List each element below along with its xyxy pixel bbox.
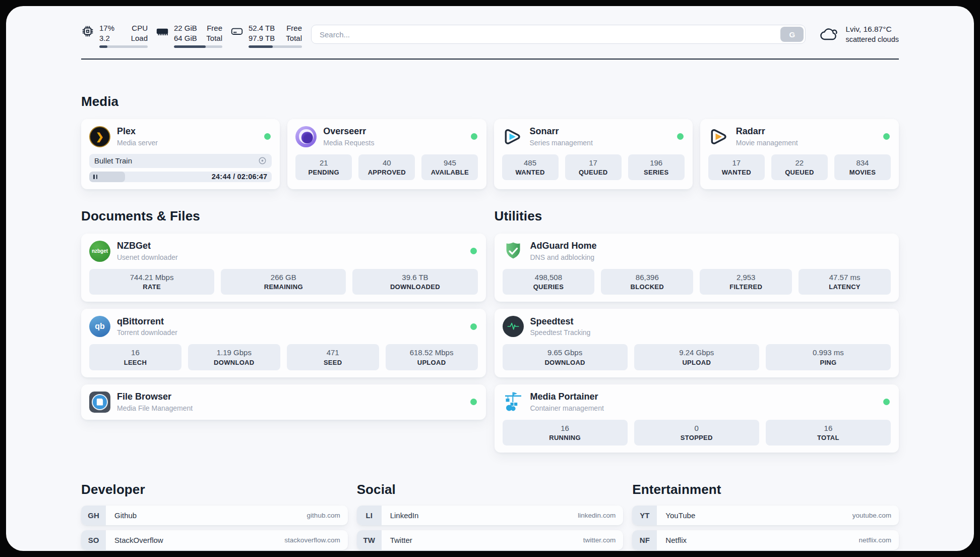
stat-ping: 0.993 ms PING	[766, 344, 891, 370]
overseerr-icon	[295, 126, 317, 147]
search-input[interactable]	[311, 25, 806, 44]
stat-wanted: 485 WANTED	[502, 154, 559, 181]
search-bar: G	[311, 25, 806, 44]
service-name: AdGuard Home	[530, 241, 891, 252]
service-subtitle: Torrent downloader	[117, 328, 470, 337]
stat-seed: 471 SEED	[287, 344, 379, 370]
service-card-plex[interactable]: ❯ Plex Media server Bullet Train	[81, 119, 280, 189]
service-card-overseerr[interactable]: Overseerr Media Requests 21 PENDING 40 A…	[287, 119, 486, 189]
top-bar: 17% CPU 3.2 Load	[81, 6, 899, 48]
service-card-adguard[interactable]: AdGuard Home DNS and adblocking 498,508 …	[495, 234, 899, 302]
service-name: Sonarr	[530, 126, 677, 137]
bookmark-name: Netflix	[665, 536, 859, 544]
memory-icon	[156, 25, 169, 38]
section-title-entertainment: Entertainment	[632, 482, 899, 497]
stat-upload: 618.52 Mbps UPLOAD	[386, 344, 478, 370]
sonarr-icon	[502, 126, 523, 147]
bookmark-name: StackOverflow	[114, 536, 284, 544]
service-card-portainer[interactable]: Media Portainer Container management 16 …	[495, 384, 899, 453]
service-name: File Browser	[117, 392, 470, 403]
disk-icon	[230, 25, 243, 38]
stat-blocked: 86,396 BLOCKED	[601, 269, 693, 295]
status-dot	[470, 399, 477, 405]
cpu-load: 3.2	[99, 33, 110, 43]
media-time: 24:44 / 02:06:47	[212, 173, 267, 181]
service-subtitle: Media server	[117, 139, 264, 147]
cloud-icon	[819, 25, 839, 43]
service-card-radarr[interactable]: Radarr Movie management 17 WANTED 22 QUE…	[700, 119, 899, 189]
adguard-icon	[503, 241, 524, 262]
service-name: Plex	[117, 126, 264, 137]
service-card-speedtest[interactable]: Speedtest Speedtest Tracking 9.65 Gbps D…	[495, 309, 899, 377]
cpu-label-bottom: Load	[131, 33, 148, 43]
status-dot	[883, 133, 890, 140]
radarr-icon	[708, 126, 729, 147]
status-dot	[264, 133, 271, 140]
stat-queued: 17 QUEUED	[565, 154, 622, 181]
disk-label-bottom: Total	[286, 33, 302, 43]
bookmark-name: LinkedIn	[390, 511, 578, 520]
service-name: Overseerr	[323, 126, 470, 137]
service-subtitle: Speedtest Tracking	[530, 328, 891, 337]
status-dot	[470, 323, 477, 330]
qbittorrent-icon: qb	[89, 316, 110, 337]
developer-column: Developer GH Github github.com SO StackO…	[81, 482, 348, 551]
bookmark-name: Github	[114, 511, 307, 520]
pause-icon	[93, 175, 97, 179]
bookmark-github[interactable]: GH Github github.com	[81, 506, 348, 525]
stat-stopped: 0 STOPPED	[634, 420, 759, 446]
section-title-utilities: Utilities	[495, 208, 899, 224]
stat-remaining: 266 GB REMAINING	[221, 269, 346, 295]
bookmark-netflix[interactable]: NF Netflix netflix.com	[632, 530, 899, 550]
stat-running: 16 RUNNING	[503, 420, 628, 446]
service-card-qbittorrent[interactable]: qb qBittorrent Torrent downloader 16 LEE…	[81, 309, 486, 377]
service-subtitle: Movie management	[736, 139, 883, 147]
bookmark-abbr: GH	[81, 506, 106, 525]
portainer-icon	[503, 392, 524, 413]
service-name: NZBGet	[117, 241, 470, 252]
stat-upload: 9.24 Gbps UPLOAD	[634, 344, 759, 370]
search-engine-button[interactable]: G	[780, 27, 804, 42]
now-playing-title: Bullet Train	[94, 156, 132, 165]
service-card-sonarr[interactable]: Sonarr Series management 485 WANTED 17 Q…	[494, 119, 693, 189]
service-subtitle: Media Requests	[323, 139, 470, 147]
bookmark-name: Twitter	[390, 536, 583, 544]
stat-movies: 834 MOVIES	[834, 154, 891, 181]
stat-download: 1.19 Gbps DOWNLOAD	[188, 344, 280, 370]
stat-approved: 40 APPROVED	[358, 154, 415, 181]
utilities-column: Utilities	[495, 208, 899, 453]
cpu-widget: 17% CPU 3.2 Load	[81, 23, 148, 48]
disk-label-top: Free	[286, 23, 302, 33]
status-dot	[471, 133, 477, 140]
system-widgets: 17% CPU 3.2 Load	[81, 23, 302, 48]
service-subtitle: DNS and adblocking	[530, 253, 891, 261]
bookmark-youtube[interactable]: YT YouTube youtube.com	[632, 506, 899, 525]
disk-progress-bar	[249, 45, 302, 48]
memory-total: 64 GiB	[174, 33, 197, 43]
stat-leech: 16 LEECH	[89, 344, 181, 370]
disk-widget: 52.4 TB Free 97.9 TB Total	[230, 23, 302, 48]
plex-icon: ❯	[89, 126, 110, 147]
filebrowser-icon	[89, 392, 110, 413]
service-name: Radarr	[736, 126, 883, 137]
bookmark-linkedin[interactable]: LI LinkedIn linkedin.com	[357, 506, 624, 525]
session-icon	[258, 156, 267, 165]
stat-latency: 47.57 ms LATENCY	[799, 269, 891, 295]
stat-available: 945 AVAILABLE	[421, 154, 478, 181]
service-name: Media Portainer	[530, 392, 884, 403]
stat-downloaded: 39.6 TB DOWNLOADED	[352, 269, 477, 295]
bookmark-twitter[interactable]: TW Twitter twitter.com	[357, 530, 624, 550]
service-card-nzbget[interactable]: nzbget NZBGet Usenet downloader 744.21 M…	[81, 234, 486, 302]
bookmark-abbr: LI	[357, 506, 382, 525]
status-dot	[677, 133, 684, 140]
memory-label-top: Free	[207, 23, 222, 33]
weather-condition: scattered clouds	[845, 35, 899, 44]
bookmark-abbr: TW	[357, 530, 382, 550]
service-card-filebrowser[interactable]: File Browser Media File Management	[81, 384, 486, 420]
topbar-divider	[81, 59, 899, 60]
service-subtitle: Container management	[530, 404, 884, 412]
disk-free: 52.4 TB	[249, 23, 275, 33]
bookmark-url: github.com	[307, 512, 340, 519]
bookmark-stackoverflow[interactable]: SO StackOverflow stackoverflow.com	[81, 530, 348, 550]
bookmark-url: stackoverflow.com	[284, 536, 340, 544]
